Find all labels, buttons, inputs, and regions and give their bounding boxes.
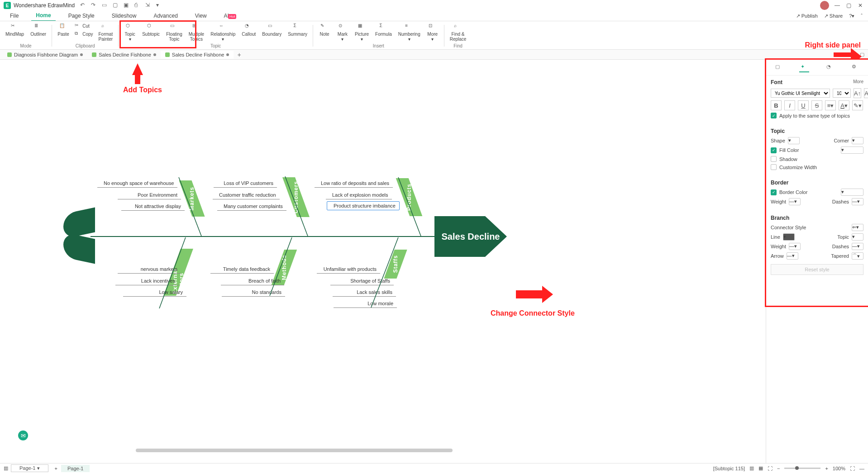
print-icon[interactable]: ⎙	[134, 2, 142, 9]
branch-weight-select[interactable]: —▾	[789, 243, 801, 250]
subtopic-products-1[interactable]: Lack of explosion models	[326, 191, 392, 199]
format-painter-button[interactable]: ⌕Format Painter	[96, 22, 116, 43]
bone-customers[interactable]: Customers	[282, 177, 310, 217]
collapse-ribbon-icon[interactable]: ˆ	[861, 13, 863, 19]
subtopic-products-2[interactable]: Product structure imbalance	[327, 201, 400, 210]
bone-products[interactable]: Products	[396, 178, 423, 216]
page-select[interactable]: Page-1 ▾	[11, 464, 48, 472]
subtopic-products-0[interactable]: Low ratio of deposits and sales	[315, 179, 393, 188]
numbering-button[interactable]: ≡Numbering▾	[396, 22, 423, 43]
doc-tab-0[interactable]: Diagnosis Fishbone Diagram	[3, 51, 87, 59]
shadow-checkbox[interactable]: ✓	[771, 156, 777, 162]
fit-icon[interactable]: ⛶	[768, 466, 773, 471]
border-color-checkbox[interactable]: ✓	[771, 189, 777, 195]
share-button[interactable]: ↗ Share	[824, 13, 843, 19]
subtopic-staffs-1[interactable]: Shortage of Staffs	[330, 277, 394, 285]
subtopic-markets-2[interactable]: Not attractive display	[121, 202, 185, 211]
zoom-slider[interactable]	[784, 468, 820, 469]
fill-color-select[interactable]: ▾	[841, 147, 863, 154]
topic-button[interactable]: ⬡Topic▾	[121, 22, 138, 43]
font-size-select[interactable]: 10	[833, 89, 851, 98]
add-page-button[interactable]: +	[51, 466, 61, 471]
branch-dashes-select[interactable]: —▾	[852, 243, 863, 250]
subtopic-methods-2[interactable]: No standards	[222, 288, 285, 297]
align-button[interactable]: ≡▾	[825, 100, 836, 110]
menu-page-style[interactable]: Page Style	[64, 11, 99, 21]
multiple-topics-button[interactable]: ⊞Multiple Topics	[186, 22, 207, 43]
redo-icon[interactable]: ↷	[91, 2, 98, 9]
new-icon[interactable]: ▭	[102, 2, 109, 9]
customize-width-checkbox[interactable]: ✓	[771, 164, 777, 170]
menu-file[interactable]: File	[5, 11, 23, 21]
reset-style-button[interactable]: Reset style	[771, 264, 863, 275]
publish-button[interactable]: ↗ Publish	[796, 13, 818, 19]
menu-slideshow[interactable]: Slideshow	[107, 11, 141, 21]
subtopic-button[interactable]: ⬡Subtopic	[139, 22, 162, 43]
formula-button[interactable]: ΣFormula	[372, 22, 395, 43]
export-icon[interactable]: ⇲	[145, 2, 153, 9]
mark-button[interactable]: ⊙Mark▾	[334, 22, 351, 43]
open-icon[interactable]: ▢	[113, 2, 120, 9]
font-shrink-icon[interactable]: A↓	[864, 88, 868, 98]
subtopic-customers-2[interactable]: Many customer complaints	[217, 202, 286, 211]
picture-button[interactable]: ▦Picture▾	[352, 22, 372, 43]
menu-advanced[interactable]: Advanced	[149, 11, 182, 21]
collapse-icon[interactable]: —	[859, 466, 864, 471]
connector-style-select[interactable]: ⇐▾	[852, 224, 863, 231]
help-icon[interactable]: ?▾	[849, 13, 854, 19]
bold-button[interactable]: B	[771, 100, 782, 110]
panel-tab-layout-icon[interactable]: ▢	[774, 62, 784, 72]
mindmap-button[interactable]: ✂MindMap	[3, 22, 27, 38]
subtopic-external-0[interactable]: nervous markets	[118, 265, 181, 274]
menu-ai[interactable]: AIHot	[219, 11, 241, 21]
fishbone-head[interactable]: Sales Decline	[434, 216, 507, 257]
more-icon[interactable]: ▾	[156, 2, 163, 9]
subtopic-staffs-2[interactable]: Lack sales skills	[333, 288, 396, 297]
save-icon[interactable]: ▣	[124, 2, 131, 9]
add-tab-button[interactable]: +	[234, 51, 244, 58]
feedback-button[interactable]: ✉	[18, 430, 28, 440]
subtopic-markets-0[interactable]: No enough space of warehouse	[97, 179, 177, 188]
panel-tab-style-icon[interactable]: ✦	[799, 62, 809, 72]
copy-button[interactable]: ⧉Copy	[73, 30, 95, 38]
user-avatar[interactable]	[820, 1, 829, 10]
doc-tab-1[interactable]: Sales Decline Fishbone	[87, 51, 161, 59]
zoom-in-button[interactable]: +	[825, 466, 828, 471]
underline-button[interactable]: U	[798, 100, 809, 110]
bone-staffs[interactable]: Staffs	[384, 250, 407, 279]
subtopic-customers-1[interactable]: Customer traffic reduction	[213, 191, 280, 199]
subtopic-markets-1[interactable]: Poor Environment	[118, 191, 181, 199]
highlight-button[interactable]: ✎▾	[852, 100, 863, 110]
panel-tab-tag-icon[interactable]: ◔	[825, 62, 835, 72]
font-color-button[interactable]: A▾	[839, 100, 849, 110]
subtopic-staffs-0[interactable]: Unfamiliar with products	[317, 265, 380, 274]
cut-button[interactable]: ✂Cut	[73, 22, 95, 29]
font-family-select[interactable]: Yu Gothic UI Semilight	[771, 89, 830, 98]
zoom-out-button[interactable]: −	[777, 466, 780, 471]
subtopic-external-1[interactable]: Lack incentives	[115, 277, 179, 285]
more-button[interactable]: ⊡More▾	[424, 22, 441, 43]
summary-button[interactable]: ΣSummary	[285, 22, 310, 43]
subtopic-methods-0[interactable]: Timely data feedback	[210, 265, 274, 274]
paste-button[interactable]: 📋Paste	[55, 22, 72, 43]
subtopic-external-2[interactable]: Low salary	[123, 288, 186, 297]
panel-tab-settings-icon[interactable]: ⚙	[850, 62, 860, 72]
view-icon-2[interactable]: ▦	[758, 465, 763, 471]
maximize-icon[interactable]: ▢	[846, 2, 853, 9]
minimize-icon[interactable]: —	[835, 2, 841, 9]
menu-home[interactable]: Home	[31, 10, 55, 21]
pages-icon[interactable]: ▥	[4, 465, 8, 471]
view-icon-1[interactable]: ▥	[749, 465, 754, 471]
shape-select[interactable]: ▾	[788, 137, 800, 144]
page-tab[interactable]: Page-1	[61, 465, 90, 472]
line-color-select[interactable]: ▾	[783, 233, 795, 241]
fullscreen-icon[interactable]: ⛶	[850, 466, 855, 471]
canvas[interactable]: Sales Decline Markets No enough space of…	[0, 60, 868, 463]
menu-view[interactable]: View	[191, 11, 211, 21]
branch-topic-select[interactable]: ▾	[852, 233, 863, 241]
subtopic-staffs-3[interactable]: Low morale	[334, 299, 397, 308]
relationship-button[interactable]: ↔Relationship▾	[208, 22, 238, 43]
undo-icon[interactable]: ↶	[80, 2, 87, 9]
border-color-select[interactable]: ▾	[841, 189, 863, 196]
subtopic-customers-0[interactable]: Loss of VIP customers	[214, 179, 277, 188]
